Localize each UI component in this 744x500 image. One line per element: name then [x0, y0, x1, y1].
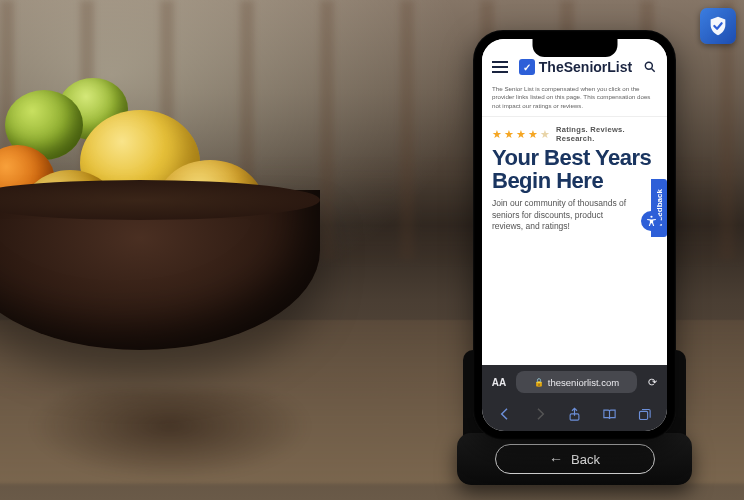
text-size-button[interactable]: AA: [488, 377, 510, 388]
tabs-icon[interactable]: [635, 405, 653, 423]
svg-point-2: [650, 216, 652, 218]
phone-on-stand: ← Back ✓ TheSeniorList The Senior List i…: [473, 30, 676, 485]
star-icon: ★: [528, 128, 538, 141]
wooden-bowl: [0, 190, 320, 350]
shield-check-icon: [707, 15, 729, 37]
share-icon[interactable]: [566, 405, 584, 423]
hero-section: ★ ★ ★ ★ ★ Ratings. Reviews. Research. Yo…: [482, 117, 667, 237]
overlay-shield-badge[interactable]: [700, 8, 736, 44]
phone-notch: [532, 39, 617, 57]
url-field[interactable]: 🔒 theseniorlist.com: [516, 371, 637, 393]
browser-address-bar: AA 🔒 theseniorlist.com ⟳: [482, 365, 667, 399]
phone-screen: ✓ TheSeniorList The Senior List is compe…: [482, 39, 667, 431]
fruit-bowl: [0, 30, 360, 370]
back-button[interactable]: ← Back: [495, 444, 655, 474]
menu-icon[interactable]: [492, 61, 508, 73]
back-label: Back: [571, 452, 600, 467]
svg-point-0: [645, 62, 652, 69]
bookmarks-icon[interactable]: [600, 405, 618, 423]
smartphone: ✓ TheSeniorList The Senior List is compe…: [473, 30, 676, 440]
star-icon: ★: [492, 128, 502, 141]
brand-name: TheSeniorList: [539, 59, 632, 75]
rating-stars: ★ ★ ★ ★ ★ Ratings. Reviews. Research.: [492, 125, 657, 143]
hero-subcopy: Join our community of thousands of senio…: [492, 198, 657, 232]
svg-rect-4: [639, 411, 647, 419]
browser-toolbar: [482, 399, 667, 431]
webpage: ✓ TheSeniorList The Senior List is compe…: [482, 39, 667, 365]
star-icon: ★: [516, 128, 526, 141]
back-icon[interactable]: [496, 405, 514, 423]
check-badge-icon: ✓: [519, 59, 535, 75]
svg-line-1: [651, 68, 654, 71]
arrow-left-icon: ←: [549, 451, 563, 467]
site-logo[interactable]: ✓ TheSeniorList: [519, 59, 632, 75]
accessibility-icon[interactable]: [641, 211, 661, 231]
forward-icon[interactable]: [531, 405, 549, 423]
star-icon: ★: [504, 128, 514, 141]
lock-icon: 🔒: [534, 378, 544, 387]
reload-icon[interactable]: ⟳: [643, 376, 661, 389]
compensation-disclosure: The Senior List is compensated when you …: [482, 81, 667, 117]
star-icon: ★: [540, 128, 550, 141]
tagline: Ratings. Reviews. Research.: [556, 125, 657, 143]
url-text: theseniorlist.com: [548, 377, 619, 388]
bowl-reflection: [30, 390, 310, 480]
stand-base: ← Back: [457, 433, 692, 485]
hero-headline: Your Best Years Begin Here: [492, 146, 657, 192]
search-icon[interactable]: [643, 60, 657, 74]
